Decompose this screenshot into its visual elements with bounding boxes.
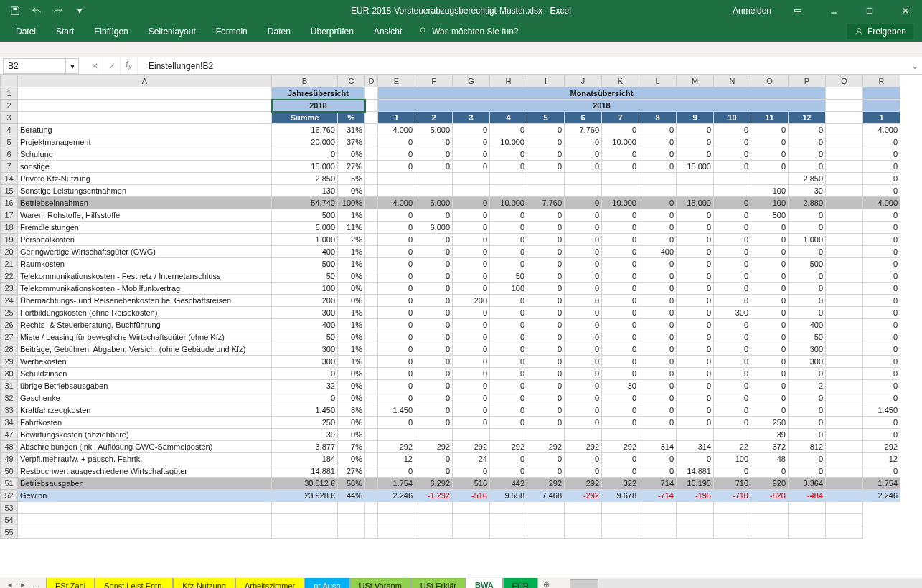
month-cell[interactable]: 0	[415, 307, 453, 319]
pct-cell[interactable]: 1%	[338, 246, 365, 258]
pct-cell[interactable]: 44%	[338, 490, 365, 502]
month-cell[interactable]	[602, 185, 639, 197]
row-label[interactable]: Raumkosten	[18, 258, 272, 270]
row-label[interactable]: Telekommunikationskosten - Mobilfunkvert…	[18, 283, 272, 295]
month-cell[interactable]	[639, 429, 677, 441]
month-cell[interactable]: 0	[490, 417, 527, 429]
month-cell[interactable]: 0	[490, 246, 527, 258]
month-cell[interactable]: 0	[527, 148, 565, 161]
ribbon-tab-seitenlayout[interactable]: Seitenlayout	[138, 22, 206, 42]
month-cell[interactable]: 2.850	[789, 173, 826, 185]
empty-cell[interactable]	[602, 514, 639, 526]
row-label[interactable]: Fortbildungskosten (ohne Reisekosten)	[18, 307, 272, 319]
month-cell[interactable]	[527, 429, 565, 441]
row-header[interactable]: 19	[1, 234, 18, 246]
month-cell[interactable]: 0	[751, 246, 789, 258]
month-cell[interactable]: 0	[527, 246, 565, 258]
month-cell[interactable]: 0	[714, 295, 751, 307]
month-cell[interactable]: 0	[677, 380, 714, 392]
month-cell[interactable]: 100	[714, 453, 751, 465]
month-cell[interactable]: 0	[789, 453, 826, 465]
month-cell[interactable]	[490, 185, 527, 197]
month-cell[interactable]: 0	[378, 356, 415, 368]
sheet-tab-prausg[interactable]: pr.Ausg	[304, 578, 349, 588]
month-cell[interactable]: 0	[714, 148, 751, 161]
summe-cell[interactable]: 500	[272, 209, 338, 222]
month-header-7[interactable]: 7	[602, 112, 639, 124]
row-header[interactable]: 25	[1, 307, 18, 319]
r-cell[interactable]: 0	[863, 356, 900, 368]
month-cell[interactable]: 6.292	[415, 478, 453, 490]
month-cell[interactable]: 0	[789, 161, 826, 173]
month-cell[interactable]: 0	[751, 368, 789, 380]
month-cell[interactable]: 24	[453, 453, 490, 465]
month-cell[interactable]: 0	[490, 124, 527, 136]
month-cell[interactable]: 0	[415, 392, 453, 404]
month-cell[interactable]	[527, 173, 565, 185]
month-cell[interactable]: 0	[714, 258, 751, 270]
pct-cell[interactable]: 0%	[338, 295, 365, 307]
month-cell[interactable]: 0	[378, 136, 415, 148]
row-label[interactable]: Betriebsausgaben	[18, 478, 272, 490]
row-label[interactable]: Geringwertige Wirtschaftsgüter (GWG)	[18, 246, 272, 258]
sheet-tab-estzahl[interactable]: ESt.Zahl	[46, 578, 95, 588]
month-cell[interactable]: 0	[789, 417, 826, 429]
month-cell[interactable]	[527, 185, 565, 197]
empty-cell[interactable]	[677, 514, 714, 526]
r-cell[interactable]: 0	[863, 258, 900, 270]
empty-cell[interactable]	[677, 526, 714, 539]
summe-cell[interactable]: 54.740	[272, 197, 338, 209]
month-cell[interactable]: 0	[490, 307, 527, 319]
month-cell[interactable]: 10.000	[490, 197, 527, 209]
month-cell[interactable]: -710	[714, 490, 751, 502]
month-cell[interactable]: 292	[453, 441, 490, 453]
month-cell[interactable]: 0	[565, 465, 602, 478]
row-label[interactable]: Werbekosten	[18, 356, 272, 368]
horizontal-scrollbar[interactable]	[570, 579, 922, 589]
ribbon-tab-daten[interactable]: Daten	[258, 22, 301, 42]
empty-cell[interactable]	[272, 526, 338, 539]
month-cell[interactable]: 4.000	[378, 124, 415, 136]
month-cell[interactable]: 0	[677, 404, 714, 417]
month-cell[interactable]: 0	[453, 465, 490, 478]
month-cell[interactable]: 714	[639, 478, 677, 490]
pct-cell[interactable]: 7%	[338, 441, 365, 453]
month-cell[interactable]: -516	[453, 490, 490, 502]
month-cell[interactable]: 0	[453, 258, 490, 270]
pct-header[interactable]: %	[338, 112, 365, 124]
row-header[interactable]: 3	[1, 112, 18, 124]
month-cell[interactable]: 0	[490, 295, 527, 307]
month-cell[interactable]: 0	[714, 234, 751, 246]
month-cell[interactable]: 0	[378, 343, 415, 356]
month-cell[interactable]: 0	[639, 283, 677, 295]
month-cell[interactable]: 0	[415, 161, 453, 173]
month-cell[interactable]: 0	[714, 136, 751, 148]
month-cell[interactable]: 2.246	[378, 490, 415, 502]
year-header-right[interactable]: 2018	[378, 100, 826, 112]
month-cell[interactable]: 0	[453, 124, 490, 136]
month-cell[interactable]: 300	[789, 356, 826, 368]
month-cell[interactable]	[565, 429, 602, 441]
sheet-tab-ustvoranm[interactable]: USt.Voranm	[350, 578, 411, 588]
month-cell[interactable]: 0	[677, 453, 714, 465]
month-cell[interactable]: 0	[602, 319, 639, 331]
r-cell[interactable]: 0	[863, 185, 900, 197]
month-cell[interactable]: 0	[565, 319, 602, 331]
row-header[interactable]: 50	[1, 465, 18, 478]
sheet-tab-arbeitszimmer[interactable]: Arbeitszimmer	[235, 578, 304, 588]
month-cell[interactable]: 3.364	[789, 478, 826, 490]
month-cell[interactable]: 0	[677, 270, 714, 283]
month-cell[interactable]	[378, 173, 415, 185]
month-cell[interactable]: 0	[527, 283, 565, 295]
month-cell[interactable]: 0	[789, 246, 826, 258]
empty-cell[interactable]	[789, 526, 826, 539]
month-cell[interactable]: 0	[639, 331, 677, 343]
month-cell[interactable]: 0	[602, 368, 639, 380]
month-cell[interactable]: 0	[677, 124, 714, 136]
month-cell[interactable]: 0	[527, 343, 565, 356]
month-cell[interactable]: 0	[789, 465, 826, 478]
empty-cell[interactable]	[602, 502, 639, 514]
month-cell[interactable]: 0	[527, 136, 565, 148]
month-cell[interactable]: 292	[415, 441, 453, 453]
r-cell[interactable]: 292	[863, 441, 900, 453]
